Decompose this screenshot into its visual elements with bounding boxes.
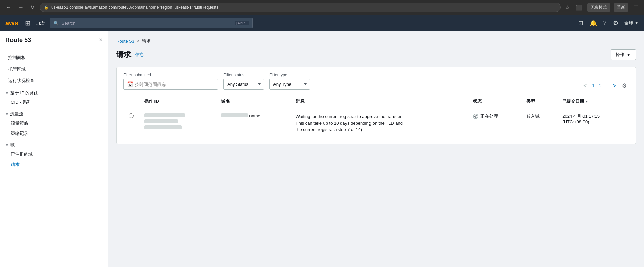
lock-icon: 🔒: [44, 5, 49, 10]
search-shortcut: [Alt+S]: [235, 21, 249, 25]
requests-table: 操作 ID 域名 消息 状态 类型 已提交日期: [123, 95, 629, 138]
message-text: Waiting for the current registrar to app…: [296, 113, 404, 133]
page-title-group: 请求 信息: [116, 50, 144, 60]
pagination-next-button[interactable]: >: [611, 82, 618, 90]
submitted-tz: (UTC:+08:00): [562, 119, 623, 124]
status-processing: ⊙ 正在处理: [473, 113, 516, 119]
incognito-label: 无痕模式: [587, 3, 610, 12]
region-selector[interactable]: 全球 ▼: [624, 20, 639, 26]
pagination-page2[interactable]: 2: [598, 82, 603, 89]
status-cell: ⊙ 正在处理: [468, 108, 521, 138]
filter-status-select[interactable]: Any Status In Progress Successful Failed: [223, 79, 264, 90]
operation-id-blurred-1: [144, 113, 185, 117]
breadcrumb-current: 请求: [142, 38, 151, 44]
pagination-settings-button[interactable]: ⚙: [620, 82, 629, 90]
back-button[interactable]: ←: [4, 3, 14, 12]
row-radio-input[interactable]: [129, 113, 134, 118]
sidebar-item-registered-domains[interactable]: 已注册的域: [0, 149, 108, 160]
th-domain: 域名: [216, 95, 290, 108]
sidebar-item-label: 运行状况检查: [8, 78, 34, 84]
services-label[interactable]: 服务: [36, 20, 46, 26]
sidebar-header: Route 53 ×: [0, 37, 108, 49]
page-title: 请求: [116, 50, 131, 60]
submitted-date: 2024 4 月 01 17:15: [562, 113, 623, 119]
reload-button[interactable]: ↻: [28, 3, 37, 12]
pagination-area: < 1 2 ... > ⚙: [581, 82, 629, 90]
aws-topnav: aws ⊞ 服务 🔍 [Alt+S] ⊡ 🔔 ? ⚙ 全球 ▼: [0, 15, 644, 31]
filter-type-select[interactable]: Any Type Transfer In Transfer Out Regist…: [269, 79, 310, 90]
table-row: name Waiting for the current registrar t…: [123, 108, 629, 138]
bookmark-button[interactable]: ☆: [564, 3, 571, 12]
search-bar[interactable]: 🔍 [Alt+S]: [50, 18, 253, 28]
submitted-date-cell: 2024 4 月 01 17:15 (UTC:+08:00): [557, 108, 629, 138]
sidebar-close-button[interactable]: ×: [99, 37, 102, 44]
sidebar-item-cidr[interactable]: CIDR 系列: [0, 97, 108, 107]
domain-blurred: [221, 113, 248, 117]
operation-id-cell: [139, 108, 216, 138]
th-submitted[interactable]: 已提交日期: [557, 95, 629, 108]
filter-type-label: Filter type: [269, 73, 310, 77]
chevron-down-icon: ▼: [5, 91, 9, 95]
domain-suffix: name: [249, 113, 260, 118]
th-select: [123, 95, 139, 108]
sidebar-item-dashboard[interactable]: 控制面板: [0, 52, 108, 64]
sidebar-item-traffic-policy[interactable]: 流量策略: [0, 118, 108, 128]
table-header-row: 操作 ID 域名 消息 状态 类型 已提交日期: [123, 95, 629, 108]
th-operation-id: 操作 ID: [139, 95, 216, 108]
filter-group-status: Filter status Any Status In Progress Suc…: [223, 73, 264, 90]
filter-row: Filter submitted 📅 Filter status Any Sta…: [123, 73, 629, 90]
search-icon: 🔍: [53, 21, 59, 26]
th-type: 类型: [521, 95, 557, 108]
pagination-page1[interactable]: 1: [591, 82, 596, 89]
th-message: 消息: [290, 95, 468, 108]
settings-icon[interactable]: ⚙: [613, 19, 618, 27]
profile-button[interactable]: 三: [632, 3, 640, 13]
sidebar-item-hosted-zones[interactable]: 托管区域: [0, 64, 108, 75]
calendar-icon: 📅: [127, 81, 133, 87]
filter-group-type: Filter type Any Type Transfer In Transfe…: [269, 73, 310, 90]
status-label: 正在处理: [480, 113, 498, 119]
sidebar-item-requests[interactable]: 请求: [0, 160, 108, 170]
sidebar: Route 53 × 控制面板 托管区域 运行状况检查 ▼ 基于 IP 的路由 …: [0, 31, 108, 267]
actions-dropdown-button[interactable]: 操作 ▼: [611, 49, 636, 60]
sidebar-item-policy-records[interactable]: 策略记录: [0, 128, 108, 139]
pagination-prev-button[interactable]: <: [581, 82, 589, 90]
address-bar[interactable]: 🔒 us-east-1.console.aws.amazon.com/route…: [40, 3, 561, 12]
browser-chrome: ← → ↻ 🔒 us-east-1.console.aws.amazon.com…: [0, 0, 644, 15]
reload-page-button[interactable]: 重新: [614, 3, 628, 12]
sidebar-section-label: 流量流: [10, 111, 23, 117]
message-cell: Waiting for the current registrar to app…: [290, 108, 468, 138]
sidebar-item-health-checks[interactable]: 运行状况检查: [0, 75, 108, 87]
actions-label: 操作: [616, 52, 624, 58]
aws-logo-text: aws: [5, 20, 18, 26]
page-info-link[interactable]: 信息: [135, 52, 144, 58]
pagination-ellipsis: ...: [605, 83, 609, 88]
breadcrumb-separator: >: [137, 39, 139, 43]
sidebar-item-label: 策略记录: [11, 131, 28, 136]
forward-button[interactable]: →: [16, 3, 26, 12]
terminal-icon[interactable]: ⊡: [578, 19, 583, 27]
type-cell: 转入域: [521, 108, 557, 138]
filter-submitted-input[interactable]: [135, 82, 214, 87]
row-select-cell[interactable]: [123, 108, 139, 138]
breadcrumb-root-link[interactable]: Route 53: [116, 39, 134, 44]
help-icon[interactable]: ?: [603, 20, 606, 27]
sidebar-item-label: 请求: [11, 162, 20, 167]
extensions-button[interactable]: ⬛: [574, 3, 584, 12]
grid-menu-button[interactable]: ⊞: [24, 18, 32, 28]
operation-id-blurred-3: [144, 125, 182, 129]
chevron-down-icon: ▼: [5, 143, 9, 147]
search-input[interactable]: [62, 21, 232, 26]
sidebar-item-label: CIDR 系列: [11, 100, 31, 105]
filter-group-submitted: Filter submitted 📅: [123, 73, 218, 90]
sidebar-section-domains[interactable]: ▼ 域: [0, 139, 108, 149]
sidebar-item-label: 流量策略: [11, 121, 28, 126]
filter-submitted-input-wrap[interactable]: 📅: [123, 79, 218, 90]
sidebar-section-traffic[interactable]: ▼ 流量流: [0, 107, 108, 118]
aws-logo[interactable]: aws: [5, 20, 18, 26]
sidebar-title: Route 53: [5, 37, 31, 44]
sidebar-section-ip-routing[interactable]: ▼ 基于 IP 的路由: [0, 87, 108, 97]
bell-icon[interactable]: 🔔: [590, 19, 597, 27]
topnav-right: ⊡ 🔔 ? ⚙ 全球 ▼: [578, 19, 639, 27]
browser-actions: ☆ ⬛ 无痕模式 重新 三: [564, 3, 640, 13]
